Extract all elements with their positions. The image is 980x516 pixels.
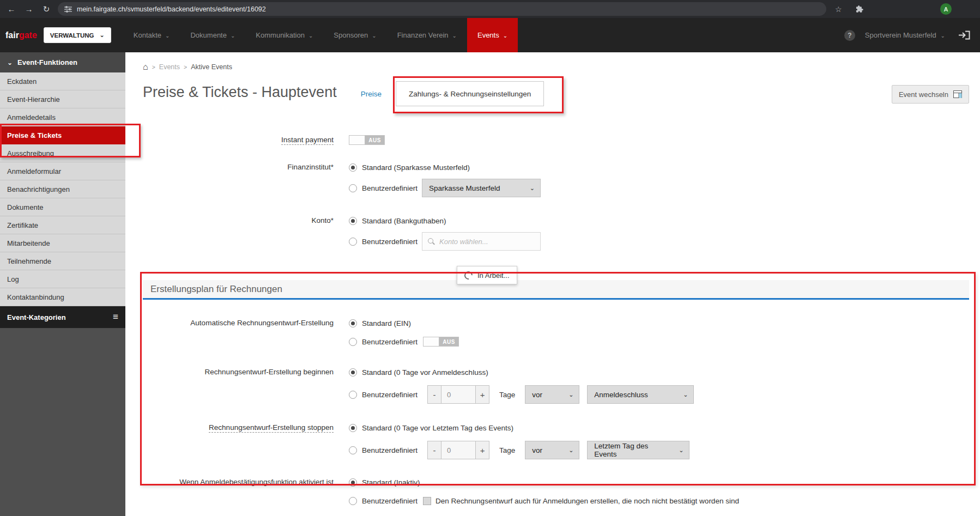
auto-create-row: Automatische Rechnungsentwurf-Erstellung… (143, 316, 969, 349)
sidebar-item-anmeldedetails[interactable]: Anmeldedetails (0, 108, 125, 126)
fairgate-logo[interactable]: fairgate (0, 18, 44, 52)
nav-kommunikation[interactable]: Kommunikation ⌄ (245, 18, 323, 52)
event-wechseln-button[interactable]: Event wechseln (892, 85, 969, 104)
stepper-minus-button[interactable]: - (427, 441, 441, 459)
sidebar-item-label: Kontaktanbindung (7, 293, 64, 301)
sidebar-item-kontaktanbindung[interactable]: Kontaktanbindung (0, 288, 125, 306)
start-direction-select[interactable]: vor ⌄ (525, 385, 579, 404)
bookmark-star-icon[interactable]: ☆ (835, 5, 842, 14)
start-days-input[interactable] (441, 385, 475, 404)
stop-reference-select[interactable]: Letztem Tag des Events ⌄ (587, 441, 689, 459)
sidebar-item-label: Log (7, 275, 19, 283)
extensions-icon[interactable] (855, 5, 863, 13)
radio-label: Standard (Inaktiv) (362, 478, 420, 487)
stop-custom-radio[interactable] (349, 446, 357, 454)
breadcrumb-current: Aktive Events (191, 63, 232, 71)
sidebar-item-benachrichtigungen[interactable]: Benachrichtigungen (0, 180, 125, 198)
org-selector[interactable]: Sportverein Musterfeld ⌄ (865, 31, 945, 39)
radio-label: Standard (0 Tage vor Letztem Tag des Eve… (362, 424, 513, 432)
start-custom-radio[interactable] (349, 391, 357, 399)
finanzinstitut-custom-radio[interactable] (349, 184, 357, 192)
toggle-state-label: AUS (439, 337, 458, 346)
tab-zahlungs-rechnungseinstellungen[interactable]: Zahlungs- & Rechnungseinstellungen (396, 81, 544, 106)
auto-create-standard-radio[interactable] (349, 319, 357, 327)
breadcrumb-events[interactable]: Events (159, 63, 180, 71)
start-reference-select[interactable]: Anmeldeschluss ⌄ (587, 385, 694, 404)
konto-standard-radio[interactable] (349, 217, 357, 225)
stop-label: Rechnungsentwurf-Erstellung stoppen (209, 423, 334, 433)
nav-finanzen-verein[interactable]: Finanzen Verein ⌄ (387, 18, 467, 52)
section-title: Erstellungsplan für Rechnungen (150, 284, 282, 295)
select-value: Sparkasse Musterfeld (429, 184, 500, 192)
confirmation-custom-radio[interactable] (349, 497, 357, 505)
start-standard-radio[interactable] (349, 368, 357, 377)
instant-payment-toggle[interactable]: AUS (349, 135, 385, 145)
search-icon (428, 238, 435, 245)
sidebar-section-event-funktionen[interactable]: ⌄ Event-Funktionen (0, 52, 125, 72)
sidebar-item-teilnehmende[interactable]: Teilnehmende (0, 252, 125, 270)
chevron-down-icon: ⌄ (568, 447, 573, 454)
forward-icon[interactable]: → (23, 0, 35, 18)
nav-label: Dokumente (190, 31, 226, 39)
stop-standard-radio[interactable] (349, 424, 357, 432)
workspace-selector[interactable]: VERWALTUNG ⌄ (44, 27, 111, 43)
chevron-down-icon: ⌄ (941, 33, 945, 39)
konto-custom-radio[interactable] (349, 238, 357, 246)
sidebar-item-anmeldeformular[interactable]: Anmeldeformular (0, 162, 125, 180)
sidebar: ⌄ Event-Funktionen Eckdaten Event-Hierar… (0, 52, 125, 516)
sign-in-icon[interactable] (958, 31, 970, 40)
unit-label: Tage (499, 446, 515, 454)
radio-label: Standard (Sparkasse Musterfeld) (362, 163, 470, 172)
sidebar-item-preise-tickets[interactable]: Preise & Tickets (0, 126, 125, 144)
toggle-knob (349, 136, 365, 144)
stop-days-input[interactable] (441, 441, 475, 459)
nav-label: Kontakte (134, 31, 161, 39)
sidebar-item-label: Preise & Tickets (7, 131, 62, 139)
url-text[interactable]: mein.fairgate.ch/svmusterfeld/backend/ev… (77, 5, 820, 13)
sidebar-item-event-kategorien[interactable]: Event-Kategorien ≡ (0, 306, 125, 328)
nav-events[interactable]: Events ⌄ (467, 18, 518, 52)
sidebar-item-zertifikate[interactable]: Zertifikate (0, 216, 125, 234)
konto-label: Konto* (125, 214, 334, 228)
title-row: Preise & Tickets - Hauptevent Preise Zah… (143, 78, 969, 110)
url-bar[interactable]: mein.fairgate.ch/svmusterfeld/backend/ev… (58, 2, 826, 16)
loading-indicator: In Arbeit... (457, 266, 517, 284)
finanzinstitut-select[interactable]: Sparkasse Musterfeld ⌄ (422, 179, 541, 197)
sidebar-item-dokumente[interactable]: Dokumente (0, 198, 125, 216)
chevron-down-icon: ⌄ (165, 33, 170, 39)
auto-create-label: Automatische Rechnungsentwurf-Erstellung (143, 316, 334, 330)
nav-label: Sponsoren (334, 31, 368, 39)
nav-label: Finanzen Verein (397, 31, 449, 39)
sidebar-item-mitarbeitende[interactable]: Mitarbeitende (0, 234, 125, 252)
sidebar-item-log[interactable]: Log (0, 270, 125, 288)
konto-search-input[interactable] (439, 238, 535, 246)
nav-kontakte[interactable]: Kontakte ⌄ (123, 18, 180, 52)
page-title: Preise & Tickets - Hauptevent (143, 84, 337, 110)
tab-preise[interactable]: Preise (361, 90, 382, 98)
sidebar-item-eckdaten[interactable]: Eckdaten (0, 72, 125, 90)
nav-sponsoren[interactable]: Sponsoren ⌄ (323, 18, 386, 52)
confirmation-standard-radio[interactable] (349, 478, 357, 487)
finanzinstitut-label: Finanzinstitut* (125, 160, 334, 174)
home-icon[interactable]: ⌂ (143, 63, 148, 71)
stepper-plus-button[interactable]: + (475, 441, 489, 459)
radio-label: Benutzerdefiniert (362, 338, 418, 346)
finanzinstitut-standard-radio[interactable] (349, 163, 357, 172)
refresh-icon[interactable]: ↻ (40, 0, 52, 18)
nav-dokumente[interactable]: Dokumente ⌄ (180, 18, 245, 52)
sidebar-section-label: Event-Funktionen (17, 58, 77, 66)
stop-direction-select[interactable]: vor ⌄ (525, 441, 579, 459)
finanzinstitut-group: Finanzinstitut* Standard (Sparkasse Must… (125, 160, 980, 197)
help-icon[interactable]: ? (844, 30, 855, 41)
auto-create-custom-radio[interactable] (349, 338, 357, 346)
auto-create-toggle[interactable]: AUS (423, 337, 459, 347)
hamburger-icon[interactable]: ≡ (113, 312, 118, 323)
browser-avatar[interactable]: A (940, 3, 952, 15)
stepper-minus-button[interactable]: - (427, 385, 441, 404)
sidebar-item-event-hierarchie[interactable]: Event-Hierarchie (0, 90, 125, 108)
back-icon[interactable]: ← (5, 0, 17, 18)
confirmation-checkbox[interactable] (423, 497, 431, 505)
stepper-plus-button[interactable]: + (475, 385, 489, 404)
sidebar-item-ausschreibung[interactable]: Ausschreibung (0, 144, 125, 162)
site-settings-icon[interactable] (64, 5, 72, 13)
